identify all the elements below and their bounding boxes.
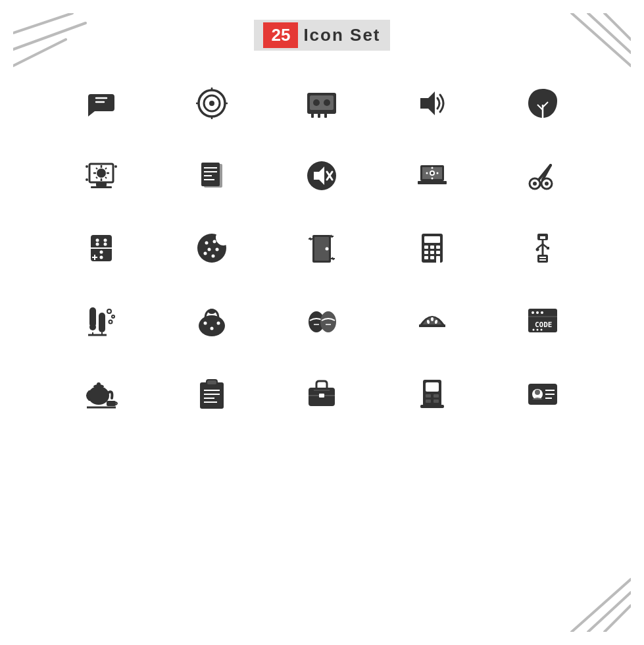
icon-gpu-card [295, 77, 348, 130]
svg-point-146 [88, 386, 109, 405]
svg-point-118 [107, 309, 111, 313]
svg-rect-167 [420, 405, 444, 408]
number-badge: 25 [263, 22, 298, 48]
svg-point-56 [431, 172, 433, 174]
svg-rect-159 [319, 394, 324, 398]
svg-rect-96 [424, 245, 428, 249]
svg-point-143 [533, 329, 535, 331]
svg-point-60 [437, 172, 439, 174]
svg-point-69 [95, 239, 99, 242]
svg-rect-104 [436, 256, 440, 263]
svg-rect-149 [107, 401, 116, 406]
svg-rect-162 [426, 382, 439, 392]
svg-rect-111 [547, 247, 549, 249]
svg-point-79 [212, 240, 216, 244]
svg-line-6 [572, 579, 631, 632]
svg-rect-99 [424, 251, 428, 254]
icon-id-card [516, 367, 569, 419]
icon-clipboard [186, 367, 238, 419]
icon-home-chat [75, 77, 128, 130]
icon-sun-screen [75, 149, 128, 202]
svg-point-125 [208, 309, 216, 314]
svg-point-70 [103, 239, 107, 242]
icon-grid: CODE [0, 77, 644, 419]
icon-leaf [516, 77, 569, 130]
svg-point-72 [103, 243, 107, 246]
svg-point-62 [533, 182, 537, 186]
svg-point-18 [313, 99, 320, 106]
svg-point-73 [99, 251, 103, 254]
svg-point-120 [109, 321, 112, 324]
svg-point-145 [541, 329, 543, 331]
svg-rect-38 [91, 186, 112, 188]
svg-point-124 [199, 315, 225, 336]
svg-point-28 [97, 168, 106, 178]
svg-point-19 [324, 99, 330, 106]
svg-point-59 [426, 172, 428, 174]
svg-rect-103 [430, 256, 434, 259]
svg-point-170 [535, 390, 540, 395]
svg-rect-20 [311, 113, 314, 118]
svg-point-11 [209, 101, 214, 106]
icon-easter-eggs [295, 294, 348, 347]
svg-point-110 [536, 248, 539, 251]
svg-line-36 [96, 177, 97, 178]
svg-rect-54 [418, 181, 447, 184]
svg-point-82 [211, 255, 214, 258]
icon-cookie [186, 222, 238, 274]
svg-point-116 [89, 324, 96, 330]
svg-marker-23 [420, 91, 435, 115]
svg-point-128 [216, 322, 220, 325]
svg-rect-165 [426, 400, 431, 403]
svg-rect-117 [99, 313, 105, 332]
svg-rect-22 [324, 113, 327, 118]
svg-rect-21 [318, 113, 320, 118]
svg-point-81 [215, 248, 218, 251]
svg-point-83 [203, 252, 207, 255]
icon-blender [406, 367, 458, 419]
icon-briefcase [295, 367, 348, 419]
svg-point-126 [203, 322, 207, 325]
svg-point-65 [545, 182, 549, 186]
svg-point-138 [532, 311, 534, 314]
svg-rect-152 [207, 380, 217, 385]
svg-rect-37 [96, 182, 107, 186]
svg-point-41 [86, 178, 88, 181]
svg-rect-95 [424, 236, 440, 243]
svg-line-8 [605, 606, 631, 632]
icon-mute-speaker [295, 149, 348, 202]
svg-rect-100 [430, 251, 434, 254]
svg-rect-106 [540, 236, 545, 239]
svg-point-57 [432, 167, 433, 169]
svg-rect-102 [424, 256, 428, 259]
svg-point-74 [99, 256, 103, 259]
icon-domino [75, 222, 128, 274]
svg-line-34 [105, 177, 107, 178]
icon-lab-tubes [75, 294, 128, 347]
svg-point-127 [210, 327, 213, 330]
icon-speaker-sound [406, 77, 458, 130]
svg-text:CODE: CODE [535, 321, 553, 329]
svg-line-35 [105, 168, 107, 169]
svg-point-140 [541, 311, 543, 314]
svg-point-80 [207, 248, 211, 251]
icon-bag [186, 294, 238, 347]
svg-point-40 [114, 165, 117, 168]
svg-line-33 [96, 168, 97, 169]
svg-point-130 [320, 311, 336, 332]
svg-rect-151 [200, 382, 224, 409]
header: 25 Icon Set [0, 0, 644, 51]
icon-clock-target [186, 77, 238, 130]
icon-usb-cable [516, 222, 569, 274]
svg-rect-101 [436, 251, 440, 254]
svg-point-119 [112, 315, 114, 318]
icon-calculator [406, 222, 458, 274]
icon-scissors [516, 149, 569, 202]
icon-watermelon [406, 294, 458, 347]
svg-line-7 [588, 592, 631, 632]
icon-laptop-settings [406, 149, 458, 202]
svg-point-148 [97, 382, 101, 386]
icon-code-browser: CODE [516, 294, 569, 347]
icon-teapot [75, 367, 128, 419]
svg-rect-97 [430, 245, 434, 249]
